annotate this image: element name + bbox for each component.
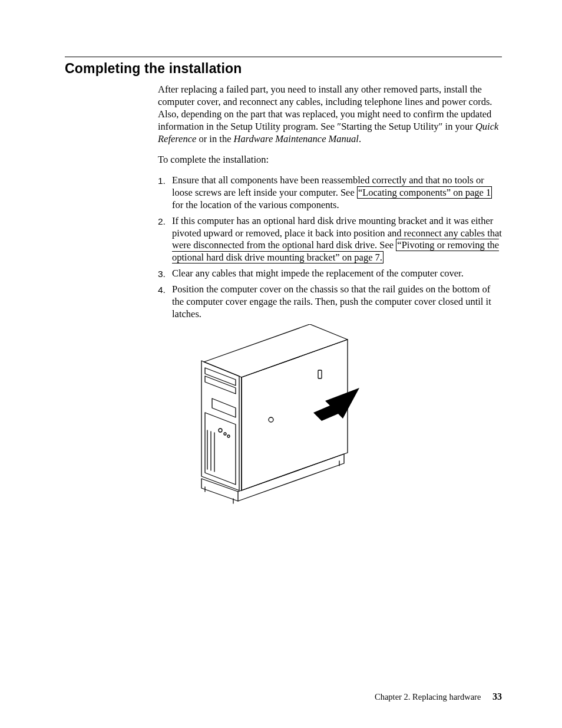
step-text: Ensure that all components have been rea… <box>172 174 502 212</box>
svg-marker-5 <box>201 454 344 501</box>
footer-page-number: 33 <box>492 691 502 701</box>
steps-list: 1. Ensure that all components have been … <box>158 174 502 321</box>
arrow-icon <box>313 388 359 421</box>
step-number: 3. <box>158 268 172 280</box>
step-item: 2. If this computer has an optional hard… <box>158 215 502 265</box>
top-rule <box>65 57 502 57</box>
computer-cover-illustration <box>172 324 396 519</box>
svg-point-17 <box>227 435 230 437</box>
svg-marker-10 <box>212 398 236 417</box>
svg-point-16 <box>224 433 226 435</box>
svg-marker-1 <box>204 324 348 377</box>
svg-marker-8 <box>205 368 236 386</box>
step-text: If this computer has an optional hard di… <box>172 215 502 265</box>
intro-paragraph: After replacing a failed part, you need … <box>158 84 502 146</box>
step-item: 3. Clear any cables that might impede th… <box>158 268 502 280</box>
svg-rect-3 <box>318 370 322 378</box>
step-text: Position the computer cover on the chass… <box>172 284 502 321</box>
svg-marker-9 <box>205 376 236 394</box>
step-item: 4. Position the computer cover on the ch… <box>158 284 502 321</box>
figure <box>172 324 502 522</box>
body-column: After replacing a failed part, you need … <box>158 84 502 522</box>
step-text: Clear any cables that might impede the r… <box>172 268 502 280</box>
svg-marker-21 <box>313 388 359 421</box>
section-heading: Completing the installation <box>65 61 502 77</box>
step-number: 4. <box>158 284 172 296</box>
step-number: 2. <box>158 215 172 228</box>
lead-in: To complete the installation: <box>158 154 502 166</box>
footer-chapter: Chapter 2. Replacing hardware <box>375 692 481 701</box>
page-footer: Chapter 2. Replacing hardware 33 <box>375 691 502 702</box>
svg-point-15 <box>219 429 222 432</box>
svg-point-4 <box>269 417 273 422</box>
page: Completing the installation After replac… <box>0 0 562 728</box>
step-number: 1. <box>158 174 172 187</box>
svg-marker-11 <box>205 413 236 485</box>
svg-marker-7 <box>201 361 239 490</box>
step-item: 1. Ensure that all components have been … <box>158 174 502 212</box>
